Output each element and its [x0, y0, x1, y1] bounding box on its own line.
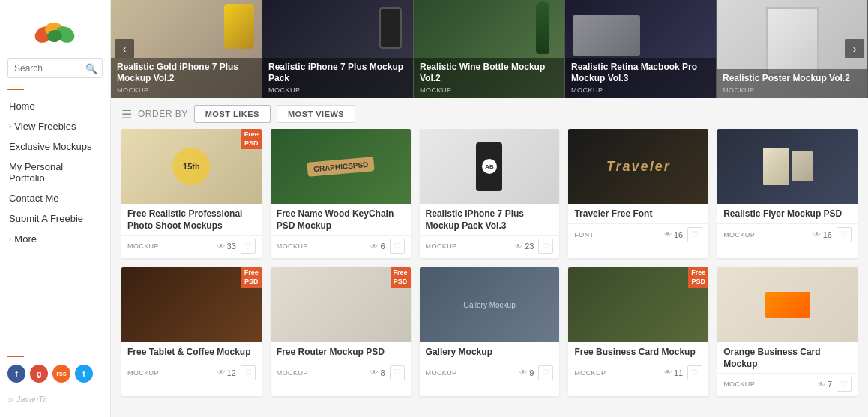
eye-icon: 👁 — [519, 368, 527, 376]
card-8-title: Gallery Mockup — [426, 346, 554, 358]
sidebar-item-label: Contact Me — [9, 193, 58, 204]
card-2-title: Free Name Wood KeyChain PSD Mockup — [277, 208, 405, 232]
card-4-thumb[interactable]: Traveler — [568, 129, 708, 204]
sidebar-item-exclusive-mockups[interactable]: Exclusive Mockups — [0, 136, 110, 157]
sidebar-item-home[interactable]: Home — [0, 96, 110, 116]
card-3-views: 23 — [525, 242, 534, 250]
facebook-icon[interactable]: f — [7, 364, 25, 382]
like-button-10[interactable]: ♡ — [837, 376, 852, 392]
free-badge-7: FreePSD — [391, 267, 411, 287]
sidebar-item-contact-me[interactable]: Contact Me — [0, 188, 110, 208]
card-5-thumb[interactable] — [717, 129, 858, 204]
list-view-icon[interactable]: ☰ — [121, 107, 132, 122]
card-10-thumb[interactable] — [717, 267, 858, 342]
sidebar-item-my-personal-portfolio[interactable]: My Personal Portfolio — [0, 157, 110, 188]
sidebar-item-view-freebies[interactable]: › View Freebies — [0, 116, 110, 136]
card-2: GRAPHICSPSD Free Name Wood KeyChain PSD … — [271, 129, 411, 258]
carousel-item-2[interactable]: Realistic iPhone 7 Plus Mockup Pack MOCK… — [262, 0, 414, 98]
card-3-thumb[interactable]: AB — [420, 129, 560, 204]
like-button-4[interactable]: ♡ — [687, 227, 702, 242]
card-5-tag: MOCKUP — [723, 231, 755, 238]
rss-icon[interactable]: rss — [52, 364, 70, 382]
card-10: Orange Business Card Mockup MOCKUP 👁 7 ♡ — [717, 267, 858, 396]
sidebar-item-label: My Personal Portfolio — [9, 161, 101, 184]
like-button-5[interactable]: ♡ — [837, 227, 852, 242]
eye-icon: 👁 — [813, 230, 821, 238]
sidebar: 🔍 Home › View Freebies Exclusive Mockups… — [0, 0, 111, 417]
like-button-8[interactable]: ♡ — [538, 365, 553, 380]
carousel-item-5-tag: MOCKUP — [723, 86, 861, 94]
eye-icon: 👁 — [217, 242, 225, 250]
sidebar-item-label: Submit A Freebie — [9, 213, 83, 224]
carousel-item-2-tag: MOCKUP — [268, 86, 407, 94]
like-button-7[interactable]: ♡ — [390, 365, 405, 380]
main-content: ‹ Realistic Gold iPhone 7 Plus Mockup Vo… — [111, 0, 868, 417]
sidebar-divider-top — [7, 88, 24, 90]
card-9-views: 11 — [674, 368, 683, 377]
card-1-title: Free Realistic Professional Photo Shoot … — [127, 208, 256, 232]
card-1-thumb[interactable]: FreePSD 15th — [121, 129, 262, 204]
free-badge-6: FreePSD — [241, 267, 262, 287]
like-button-1[interactable]: ♡ — [241, 238, 256, 254]
carousel-item-3-tag: MOCKUP — [420, 86, 558, 94]
eye-icon: 👁 — [217, 368, 225, 376]
eye-icon: 👁 — [370, 368, 378, 376]
order-bar: ☰ ORDER BY MOST LIKES MOST VIEWS — [111, 98, 868, 129]
brand-text: JavanTir — [16, 394, 48, 404]
most-views-button[interactable]: MOST VIEWS — [277, 105, 355, 123]
search-icon: 🔍 — [85, 63, 97, 74]
sidebar-brand: » JavanTir — [0, 390, 110, 410]
card-9: FreePSD Free Business Card Mockup MOCKUP… — [568, 267, 708, 396]
logo-area — [0, 8, 110, 58]
card-6-tag: MOCKUP — [127, 369, 159, 376]
sidebar-nav: Home › View Freebies Exclusive Mockups M… — [0, 96, 110, 350]
like-button-9[interactable]: ♡ — [687, 365, 702, 380]
like-button-6[interactable]: ♡ — [241, 365, 256, 380]
most-likes-button[interactable]: MOST LIKES — [194, 105, 271, 123]
carousel-item-4[interactable]: Realistic Retina Macbook Pro Mockup Vol.… — [565, 0, 717, 98]
like-button-2[interactable]: ♡ — [390, 238, 405, 254]
search-container: 🔍 — [0, 58, 110, 86]
card-8-thumb[interactable]: Gallery Mockup — [420, 267, 560, 342]
card-8-tag: MOCKUP — [426, 369, 457, 376]
sidebar-divider-bottom — [7, 356, 24, 357]
chevron-right-icon: › — [9, 122, 11, 130]
card-7-thumb[interactable]: FreePSD — [271, 267, 411, 342]
eye-icon: 👁 — [664, 230, 672, 238]
carousel-item-2-title: Realistic iPhone 7 Plus Mockup Pack — [268, 62, 407, 85]
carousel-next-button[interactable]: › — [845, 39, 864, 58]
card-7: FreePSD Free Router Mockup PSD MOCKUP 👁 … — [271, 267, 411, 396]
sidebar-item-submit-a-freebie[interactable]: Submit A Freebie — [0, 208, 110, 229]
card-10-title: Orange Business Card Mockup — [723, 346, 852, 370]
like-button-3[interactable]: ♡ — [538, 238, 553, 254]
card-9-thumb[interactable]: FreePSD — [568, 267, 708, 342]
free-badge: FreePSD — [241, 129, 262, 149]
carousel-prev-button[interactable]: ‹ — [115, 39, 134, 58]
card-7-tag: MOCKUP — [277, 369, 308, 376]
order-by-label: ORDER BY — [138, 109, 188, 119]
card-4-views: 16 — [674, 230, 683, 239]
logo-icon — [31, 14, 79, 50]
card-7-views: 8 — [380, 368, 385, 377]
content-grid: FreePSD 15th Free Realistic Professional… — [121, 129, 858, 396]
double-arrow-icon: » — [7, 393, 13, 405]
sidebar-item-more[interactable]: › More — [0, 229, 110, 249]
card-5: Realistic Flyer Mockup PSD MOCKUP 👁 16 ♡ — [717, 129, 858, 258]
social-icons-group: f g rss t — [0, 364, 110, 390]
eye-icon: 👁 — [664, 368, 672, 376]
twitter-icon[interactable]: t — [75, 364, 93, 382]
card-6-thumb[interactable]: FreePSD — [121, 267, 262, 342]
card-2-thumb[interactable]: GRAPHICSPSD — [271, 129, 411, 204]
free-badge-9: FreePSD — [688, 267, 708, 287]
carousel-item-3[interactable]: Realistic Wine Bottle Mockup Vol.2 MOCKU… — [414, 0, 565, 98]
card-1: FreePSD 15th Free Realistic Professional… — [121, 129, 262, 258]
card-4-stats: 👁 16 ♡ — [664, 227, 702, 242]
card-8-views: 9 — [529, 368, 534, 377]
card-4: Traveler Traveler Free Font FONT 👁 16 ♡ — [568, 129, 708, 258]
card-1-views: 33 — [227, 242, 236, 250]
card-9-tag: MOCKUP — [574, 369, 606, 376]
google-plus-icon[interactable]: g — [30, 364, 48, 382]
card-9-title: Free Business Card Mockup — [574, 346, 702, 358]
carousel-item-4-tag: MOCKUP — [571, 86, 710, 94]
card-10-views: 7 — [828, 380, 832, 388]
